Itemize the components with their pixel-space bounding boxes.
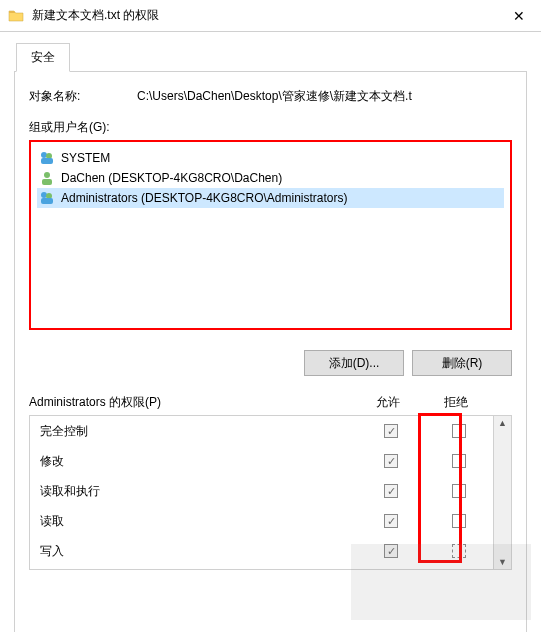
perm-label: 读取 xyxy=(40,513,357,530)
deny-checkbox[interactable] xyxy=(452,544,466,558)
object-name-row: 对象名称: C:\Users\DaChen\Desktop\管家速修\新建文本文… xyxy=(29,88,512,105)
perm-label: 写入 xyxy=(40,543,357,560)
column-deny: 拒绝 xyxy=(422,394,490,411)
deny-checkbox[interactable] xyxy=(452,514,466,528)
allow-checkbox[interactable] xyxy=(384,514,398,528)
deny-checkbox[interactable] xyxy=(452,484,466,498)
group-icon xyxy=(39,190,55,206)
tabbar: 安全 xyxy=(14,42,527,72)
allow-checkbox[interactable] xyxy=(384,544,398,558)
object-name-label: 对象名称: xyxy=(29,88,137,105)
allow-checkbox[interactable] xyxy=(384,484,398,498)
svg-rect-4 xyxy=(42,179,52,185)
groups-label: 组或用户名(G): xyxy=(29,119,512,136)
perm-label: 读取和执行 xyxy=(40,483,357,500)
group-icon xyxy=(39,150,55,166)
deny-checkbox[interactable] xyxy=(452,454,466,468)
button-label: 添加(D)... xyxy=(329,355,380,372)
perm-row-read-execute: 读取和执行 xyxy=(30,476,493,506)
security-panel: 对象名称: C:\Users\DaChen\Desktop\管家速修\新建文本文… xyxy=(14,72,527,632)
scroll-up-icon[interactable]: ▲ xyxy=(496,416,509,430)
add-button[interactable]: 添加(D)... xyxy=(304,350,404,376)
column-allow: 允许 xyxy=(354,394,422,411)
scroll-down-icon[interactable]: ▼ xyxy=(496,555,509,569)
tab-security[interactable]: 安全 xyxy=(16,43,70,72)
user-icon xyxy=(39,170,55,186)
list-item-system[interactable]: SYSTEM xyxy=(37,148,504,168)
perm-row-modify: 修改 xyxy=(30,446,493,476)
perm-row-read: 读取 xyxy=(30,506,493,536)
svg-point-3 xyxy=(44,172,50,178)
groups-listbox[interactable]: SYSTEM DaChen (DESKTOP-4KG8CRO\DaChen) A… xyxy=(29,140,512,330)
svg-rect-7 xyxy=(41,198,53,204)
permissions-scrollbar[interactable]: ▲ ▼ xyxy=(493,416,511,569)
perm-row-write: 写入 xyxy=(30,536,493,566)
permissions-rows: 完全控制 修改 读取和执行 读取 xyxy=(30,416,493,569)
permissions-grid: 完全控制 修改 读取和执行 读取 xyxy=(29,415,512,570)
dialog-body: 安全 对象名称: C:\Users\DaChen\Desktop\管家速修\新建… xyxy=(0,32,541,632)
list-item-administrators[interactable]: Administrators (DESKTOP-4KG8CRO\Administ… xyxy=(37,188,504,208)
permissions-header: Administrators 的权限(P) 允许 拒绝 xyxy=(29,394,512,411)
perm-label: 完全控制 xyxy=(40,423,357,440)
remove-button[interactable]: 删除(R) xyxy=(412,350,512,376)
object-name-value: C:\Users\DaChen\Desktop\管家速修\新建文本文档.t xyxy=(137,88,512,105)
list-item-label: DaChen (DESKTOP-4KG8CRO\DaChen) xyxy=(61,171,282,185)
titlebar: 新建文本文档.txt 的权限 ✕ xyxy=(0,0,541,32)
close-icon: ✕ xyxy=(513,8,525,24)
group-buttons: 添加(D)... 删除(R) xyxy=(29,350,512,376)
deny-checkbox[interactable] xyxy=(452,424,466,438)
list-item-label: SYSTEM xyxy=(61,151,110,165)
svg-rect-2 xyxy=(41,158,53,164)
svg-point-0 xyxy=(41,152,47,158)
permissions-grid-wrapper: 完全控制 修改 读取和执行 读取 xyxy=(29,415,512,570)
window-title: 新建文本文档.txt 的权限 xyxy=(32,7,159,24)
list-item-label: Administrators (DESKTOP-4KG8CRO\Administ… xyxy=(61,191,348,205)
svg-point-5 xyxy=(41,192,47,198)
allow-checkbox[interactable] xyxy=(384,424,398,438)
button-label: 删除(R) xyxy=(442,355,483,372)
list-item-dachen[interactable]: DaChen (DESKTOP-4KG8CRO\DaChen) xyxy=(37,168,504,188)
perm-label: 修改 xyxy=(40,453,357,470)
permissions-title: Administrators 的权限(P) xyxy=(29,394,354,411)
close-button[interactable]: ✕ xyxy=(496,0,541,32)
allow-checkbox[interactable] xyxy=(384,454,398,468)
perm-row-full-control: 完全控制 xyxy=(30,416,493,446)
folder-icon xyxy=(8,8,24,24)
tab-label: 安全 xyxy=(31,50,55,64)
